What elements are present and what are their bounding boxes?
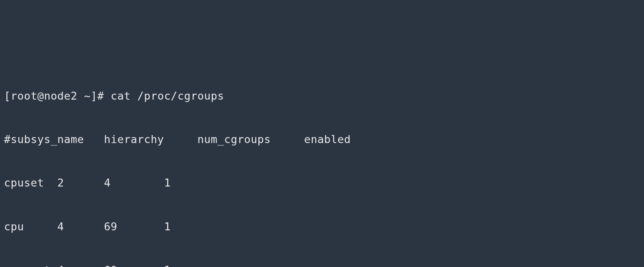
table-row: cpuset 2 4 1: [4, 176, 640, 190]
prompt: [root@node2 ~]#: [4, 90, 111, 102]
terminal-output[interactable]: [root@node2 ~]# cat /proc/cgroups #subsy…: [4, 60, 640, 267]
command: cat /proc/cgroups: [111, 90, 224, 102]
table-row: cpuacct 4 69 1: [4, 263, 640, 267]
command-line: [root@node2 ~]# cat /proc/cgroups: [4, 89, 640, 103]
table-row: cpu 4 69 1: [4, 220, 640, 234]
table-header: #subsys_name hierarchy num_cgroups enabl…: [4, 132, 640, 147]
